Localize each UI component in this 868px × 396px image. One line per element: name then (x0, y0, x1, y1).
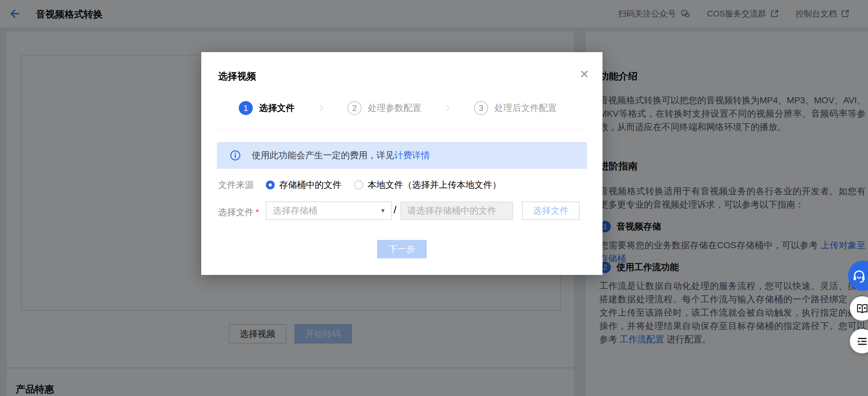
choose-file-button[interactable]: 选择文件 (522, 201, 580, 220)
radio-local-file[interactable]: 本地文件（选择并上传本地文件） (354, 179, 501, 191)
billing-details-link[interactable]: 计费详情 (394, 150, 430, 160)
file-source-label: 文件来源 (218, 179, 254, 191)
fee-notice-text: 使用此功能会产生一定的费用，详见计费详情 (252, 150, 430, 161)
app-root: 音视频格式转换 扫码关注公众号 COS服务交流群 (0, 0, 868, 396)
step-output-config: 3 处理后文件配置 (474, 101, 557, 115)
info-icon (229, 150, 241, 161)
chevron-right-icon (443, 103, 453, 113)
radio-unselected-icon (354, 180, 363, 190)
file-source-radio-group: 存储桶中的文件 本地文件（选择并上传本地文件） (266, 179, 501, 191)
close-icon[interactable]: ✕ (580, 69, 589, 80)
modal-title: 选择视频 (218, 70, 256, 83)
bucket-select-dropdown[interactable]: 选择存储桶 ▼ (266, 201, 392, 220)
divider (218, 129, 586, 129)
step-process-params: 2 处理参数配置 (347, 101, 421, 115)
next-step-button[interactable]: 下一步 (377, 240, 427, 258)
headset-icon (851, 268, 867, 284)
bucket-file-input[interactable] (400, 201, 513, 220)
step-select-file: 1 选择文件 (239, 101, 295, 115)
chevron-right-icon (316, 103, 326, 113)
file-select-label: 选择文件* (218, 206, 259, 218)
select-video-modal: 选择视频 ✕ 1 选择文件 2 处理参数配置 3 处理后文件配置 (201, 52, 602, 275)
required-asterisk: * (256, 207, 259, 217)
open-book-icon (856, 302, 868, 315)
wizard-steps: 1 选择文件 2 处理参数配置 3 处理后文件配置 (239, 101, 557, 115)
fee-notice-banner: 使用此功能会产生一定的费用，详见计费详情 (217, 142, 587, 169)
radio-bucket-file[interactable]: 存储桶中的文件 (266, 179, 341, 191)
radio-selected-icon (266, 180, 275, 190)
path-separator: / (394, 204, 397, 216)
list-menu-icon (856, 335, 868, 348)
dropdown-caret-icon: ▼ (380, 207, 386, 214)
